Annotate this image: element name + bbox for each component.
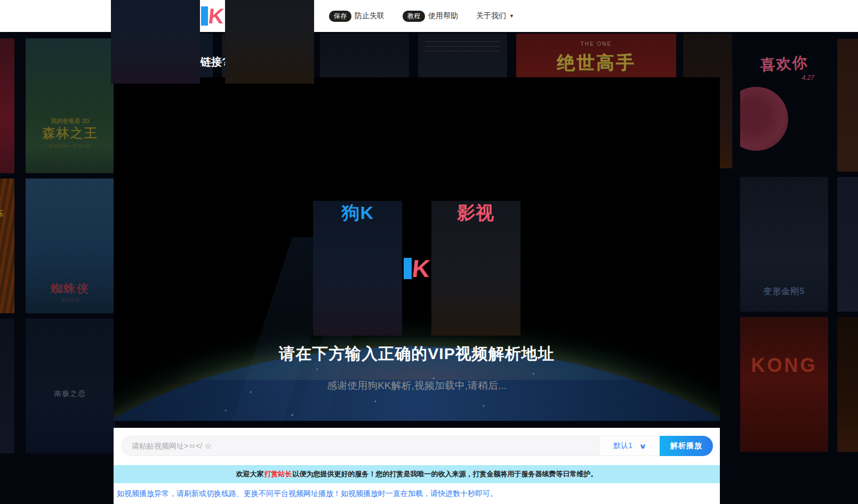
parse-panel: 默认1 ∨ 解析播放 欢迎大家打赏站长以便为您提供更好的服务！您的打赏是我唯一的… [114,428,720,504]
poster-tile [837,317,858,452]
line-select[interactable]: 默认1 ∨ [599,436,660,456]
poster-title: 南极之恋 [26,389,115,399]
nav-item-save[interactable]: 保存 防止失联 [329,11,384,22]
poster-title: 乐 [0,209,11,219]
poster-subtitle: 4.27 [802,74,814,82]
poster-tile [0,319,14,453]
poster-tile [837,39,858,172]
nav-item-about[interactable]: 关于我们 ▼ [476,11,514,21]
poster-subtitle: THE ONE [516,41,676,47]
logo-text-pink: 影视 [225,0,314,84]
poster-title: 蜘蛛侠 [26,281,115,297]
video-url-input[interactable] [122,436,599,456]
chevron-down-icon: ▼ [509,13,514,19]
site-logo[interactable]: 狗K K 影视 [111,0,314,84]
poster-tagline: 我的爸爸是 2D [26,117,115,125]
logo-text-blue: 狗K [111,0,200,84]
tutorial-badge: 教程 [403,11,425,22]
poster-subtitle: 棕熊father 全国公映 [26,143,115,150]
donation-notice: 欢迎大家打赏站长以便为您提供更好的服务！您的打赏是我唯一的收入来源，打赏金额将用… [114,465,720,483]
poster-title: KONG [740,354,828,377]
poster-tile: 我的爸爸是 2D 森林之王 棕熊father 全国公映 [26,38,115,173]
player-subtitle: 感谢使用狗KK解析,视频加载中,请稍后... [114,379,720,393]
player-heading: 请在下方输入正确的VIP视频解析地址 [114,343,720,365]
poster-tile: 南极之恋 [26,319,115,453]
logo-k-icon [404,258,412,279]
poster-tile: KONG [740,317,828,452]
save-badge: 保存 [329,11,351,22]
poster-title: 变形金刚5 [740,286,828,297]
chevron-down-icon: ∨ [639,442,647,450]
top-navbar: 狗K K 影视 保存 防止失联 教程 使用帮助 关于我们 ▼ [0,0,858,32]
poster-tile: 蜘蛛侠 英雄归来 [26,178,115,313]
player-logo: 狗K K 影视 [313,201,520,336]
poster-tile: 变形金刚5 [740,177,828,312]
poster-subtitle: 英雄归来 [26,297,115,304]
nav-about-label: 关于我们 [476,11,506,21]
poster-title: 绝世高手 [516,51,676,75]
donate-link[interactable]: 打赏站长 [264,469,292,479]
header-nav: 保存 防止失联 教程 使用帮助 关于我们 ▼ [329,11,514,22]
poster-wall-background: 共赴荣誉 他的时代 THE ONE 绝世高手 我的爸爸是 2D 森林之王 棕熊f… [0,32,858,504]
poster-tile: 喜欢你 4.27 [740,39,828,172]
playback-tip: 如视频播放异常，请刷新或切换线路、更换不同平台视频网址播放！如视频播放时一直在加… [114,483,720,504]
poster-tile [0,38,14,173]
logo-k-icon: K [201,6,224,26]
video-player[interactable]: 狗K K 影视 请在下方输入正确的VIP视频解析地址 感谢使用狗KK解析,视频加… [114,77,720,421]
player-message: 狗K K 影视 请在下方输入正确的VIP视频解析地址 感谢使用狗KK解析,视频加… [114,201,720,393]
poster-title: 喜欢你 [740,51,828,77]
line-select-value: 默认1 [613,441,632,451]
nav-help-label: 使用帮助 [428,11,458,21]
parse-play-button[interactable]: 解析播放 [660,436,713,456]
poster-title: 森林之王 [26,125,115,142]
parse-form: 默认1 ∨ 解析播放 [122,436,720,456]
poster-tile [837,177,858,312]
nav-item-help[interactable]: 教程 使用帮助 [403,11,458,22]
nav-save-label: 防止失联 [355,11,384,21]
poster-tile: 乐 [0,178,14,313]
